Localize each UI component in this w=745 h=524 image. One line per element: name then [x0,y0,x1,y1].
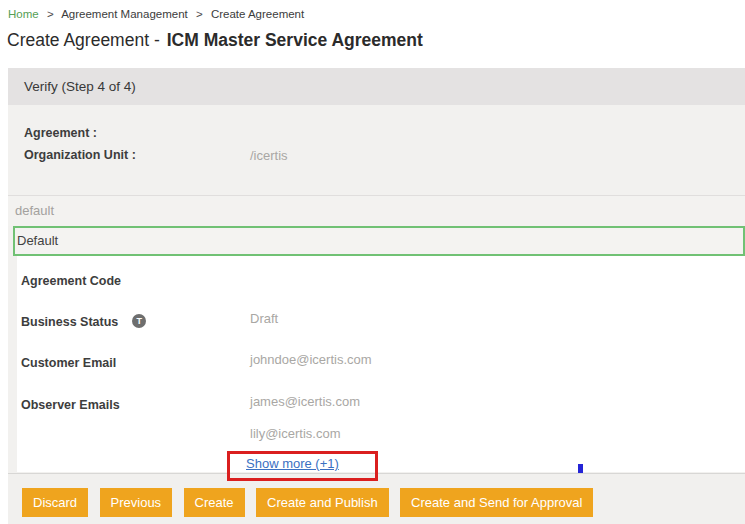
observer-email-item: lily@icertis.com [250,426,360,458]
breadcrumb-home[interactable]: Home [8,8,39,20]
discard-button[interactable]: Discard [22,488,88,517]
create-button[interactable]: Create [184,488,245,517]
customer-email-value: johndoe@icertis.com [250,352,372,367]
footer-action-bar: Discard Previous Create Create and Publi… [8,473,745,524]
field-row-business-status: Business StatusT Draft [21,312,745,330]
page-title: Create Agreement -ICM Master Service Agr… [7,30,423,51]
page-title-agreement-name: ICM Master Service Agreement [167,30,423,50]
step-header: Verify (Step 4 of 4) [8,68,745,105]
organization-unit-value: /icertis [250,148,288,163]
create-and-send-for-approval-button[interactable]: Create and Send for Approval [400,488,593,517]
contract-type-row: default [8,196,745,226]
summary-section: Agreement : Organization Unit : /icertis [8,105,745,196]
step-header-label: Verify (Step 4 of 4) [24,79,136,94]
field-row-observer-emails: Observer Emails james@icertis.com lily@i… [21,395,745,413]
agreement-code-label: Agreement Code [21,274,121,288]
selected-template-box[interactable]: Default [13,226,745,256]
cursor-artifact [578,464,583,473]
business-status-label: Business Status [21,315,118,329]
agreement-label: Agreement : [24,126,745,141]
show-more-link[interactable]: Show more (+1) [246,456,339,471]
observer-emails-values: james@icertis.com lily@icertis.com [250,394,360,458]
business-status-value: Draft [250,311,278,326]
observer-email-item: james@icertis.com [250,394,360,426]
fields-area: Agreement Code Business StatusT Draft Cu… [17,256,745,472]
breadcrumb-separator: > [47,8,54,20]
page-title-prefix: Create Agreement - [7,30,160,50]
organization-unit-label: Organization Unit : [24,148,745,163]
previous-button[interactable]: Previous [100,488,173,517]
observer-emails-label: Observer Emails [21,398,120,412]
field-row-agreement-code: Agreement Code [21,271,745,289]
verify-step-panel: Verify (Step 4 of 4) Agreement : Organiz… [8,68,745,473]
type-tooltip-icon[interactable]: T [132,314,146,328]
field-row-customer-email: Customer Email johndoe@icertis.com [21,353,745,371]
breadcrumb-separator: > [196,8,203,20]
customer-email-label: Customer Email [21,356,116,370]
breadcrumb-create-agreement: Create Agreement [211,8,304,20]
breadcrumb-agreement-management[interactable]: Agreement Management [61,8,188,20]
create-and-publish-button[interactable]: Create and Publish [256,488,389,517]
breadcrumb: Home > Agreement Management > Create Agr… [8,8,304,20]
